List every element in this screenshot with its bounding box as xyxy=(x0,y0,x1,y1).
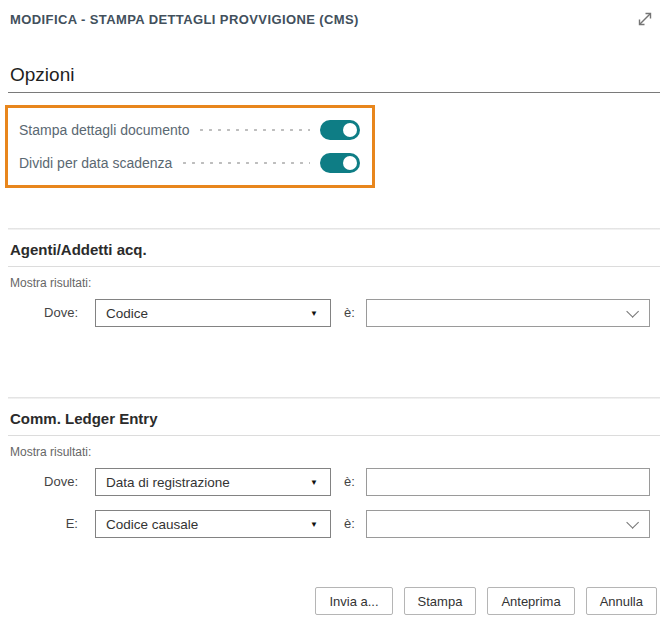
options-divider xyxy=(8,92,660,93)
ledger-section-rule xyxy=(8,435,660,436)
toggle-knob xyxy=(343,156,357,170)
show-results-label: Mostra risultati: xyxy=(10,445,91,459)
section-divider xyxy=(8,228,660,230)
filter-row: E: Codice causale ▼ è: xyxy=(0,510,668,538)
chevron-down-icon[interactable] xyxy=(626,305,639,318)
show-results-label: Mostra risultati: xyxy=(10,276,91,290)
report-request-dialog: MODIFICA - STAMPA DETTAGLI PROVVIGIONE (… xyxy=(0,0,668,624)
dotted-leader xyxy=(180,156,310,170)
chevron-down-icon[interactable] xyxy=(626,516,639,529)
print-button[interactable]: Stampa xyxy=(404,587,477,615)
ledger-section-title: Comm. Ledger Entry xyxy=(10,410,158,427)
salesperson-section-title: Agenti/Addetti acq. xyxy=(10,241,147,258)
toggle-row-split-by-due-date: Dividi per data scadenza xyxy=(19,151,360,175)
filter-prefix-label: Dove: xyxy=(0,474,78,489)
toggle-label: Stampa dettagli documento xyxy=(19,122,189,138)
filter-row: Dove: Data di registrazione ▼ è: xyxy=(0,468,668,496)
filter-value-field[interactable] xyxy=(366,468,650,496)
filter-value-input[interactable] xyxy=(377,306,626,321)
options-section-title: Opzioni xyxy=(10,64,74,86)
operator-label: è: xyxy=(344,474,355,489)
select-arrow-icon: ▼ xyxy=(310,478,320,487)
dotted-leader xyxy=(197,123,310,137)
field-select-codice[interactable]: Codice ▼ xyxy=(95,299,331,327)
split-by-due-date-toggle[interactable] xyxy=(320,153,360,173)
dialog-footer: Invia a... Stampa Anteprima Annulla xyxy=(315,587,657,615)
send-to-button[interactable]: Invia a... xyxy=(315,587,392,615)
filter-value-combobox[interactable] xyxy=(366,510,650,538)
cancel-button[interactable]: Annulla xyxy=(586,587,657,615)
filter-prefix-label: Dove: xyxy=(0,305,78,320)
toggle-label: Dividi per data scadenza xyxy=(19,155,172,171)
expand-dialog-button[interactable] xyxy=(632,8,658,34)
filter-row: Dove: Codice ▼ è: xyxy=(0,299,668,327)
operator-label: è: xyxy=(344,305,355,320)
select-arrow-icon: ▼ xyxy=(310,520,320,529)
selected-field-label: Codice causale xyxy=(106,517,310,532)
selected-field-label: Codice xyxy=(106,306,310,321)
preview-button[interactable]: Anteprima xyxy=(487,587,574,615)
expand-diagonal-arrow-icon xyxy=(636,10,654,32)
field-select-posting-date[interactable]: Data di registrazione ▼ xyxy=(95,468,331,496)
dialog-title: MODIFICA - STAMPA DETTAGLI PROVVIGIONE (… xyxy=(10,12,628,27)
operator-label: è: xyxy=(344,516,355,531)
options-highlight-box: Stampa dettagli documento Dividi per dat… xyxy=(5,105,375,188)
filter-value-input[interactable] xyxy=(377,475,639,490)
toggle-row-print-document-details: Stampa dettagli documento xyxy=(19,118,360,142)
selected-field-label: Data di registrazione xyxy=(106,475,310,490)
select-arrow-icon: ▼ xyxy=(310,309,320,318)
toggle-knob xyxy=(343,123,357,137)
field-select-reason-code[interactable]: Codice causale ▼ xyxy=(95,510,331,538)
section-divider xyxy=(8,397,660,399)
filter-value-combobox[interactable] xyxy=(366,299,650,327)
print-document-details-toggle[interactable] xyxy=(320,120,360,140)
filter-value-input[interactable] xyxy=(377,517,626,532)
salesperson-section-rule xyxy=(8,266,660,267)
filter-prefix-label: E: xyxy=(0,516,78,531)
